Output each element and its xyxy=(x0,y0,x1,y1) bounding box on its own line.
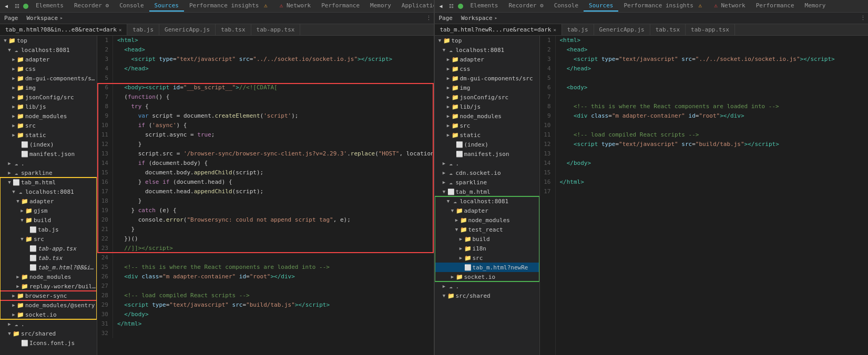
tab-page[interactable]: Page xyxy=(0,13,23,24)
tree-item-localhost[interactable]: ▼ ☁ localhost:8081 xyxy=(0,45,97,55)
tab-sources[interactable]: Sources xyxy=(149,1,184,12)
tree-item-cloud-dot2[interactable]: ▶ ☁ . xyxy=(435,281,539,291)
tree-item-cloud-dot1[interactable]: ▶ ☁ . xyxy=(0,159,97,168)
tree-item-cloud-dot[interactable]: ▶ ☁ . xyxy=(435,159,539,168)
tree-item-build[interactable]: ▶ 📁 build xyxy=(435,234,539,244)
tab-performance[interactable]: Performance xyxy=(316,1,365,12)
tree-item-src2[interactable]: ▶ 📁 src xyxy=(435,253,539,263)
tab-memory[interactable]: Memory xyxy=(800,1,831,12)
tab-network[interactable]: ⚠ Network xyxy=(707,1,751,12)
file-tab-tabjs[interactable]: tab.js xyxy=(127,24,159,35)
tree-item-tabapptsx[interactable]: ⬜ tab-app.tsx xyxy=(0,244,97,253)
grid-icon[interactable]: ☷ xyxy=(13,2,21,11)
back-icon[interactable]: ◀ xyxy=(437,2,445,11)
tab-sources[interactable]: Sources xyxy=(584,1,618,12)
tree-item-jsonconfig[interactable]: ▶ 📁 jsonConfig/src xyxy=(435,92,539,102)
tree-item-localhost[interactable]: ▼ ☁ localhost:8081 xyxy=(435,45,539,55)
tab-elements[interactable]: Elements xyxy=(30,1,69,12)
tab-memory[interactable]: Memory xyxy=(365,1,396,12)
tree-item-adapter[interactable]: ▶ 📁 adapter xyxy=(435,55,539,64)
file-tab-genericapp[interactable]: GenericApp.js xyxy=(594,24,650,35)
tree-item-socketio[interactable]: ▶ 📁 socket.io xyxy=(435,272,539,281)
tab-recorder[interactable]: Recorder ⚙ xyxy=(503,1,548,12)
tree-item-top[interactable]: ▼ 📁 top xyxy=(435,36,539,45)
tree-item-nodemod2[interactable]: ▶ 📁 node_modules xyxy=(435,215,539,225)
tree-item-sentry[interactable]: ▶ 📁 node_modules/@sentry xyxy=(0,300,97,310)
tree-item-nodemod[interactable]: ▶ 📁 node_modules xyxy=(0,111,97,121)
file-tab-active[interactable]: tab_m.html?newR...rue&react=dark ✕ xyxy=(435,24,562,35)
tab-console[interactable]: Console xyxy=(114,1,149,12)
tab-recorder[interactable]: Recorder ⚙ xyxy=(69,1,114,12)
tree-item-css[interactable]: ▶ 📁 css xyxy=(0,64,97,74)
tree-item-socketio[interactable]: ▶ 📁 socket.io xyxy=(0,310,97,319)
file-tab-tabtsx[interactable]: tab.tsx xyxy=(216,24,251,35)
tree-item-i18n[interactable]: ▶ 📁 i18n xyxy=(435,244,539,253)
tree-item-adapter2[interactable]: ▼ 📁 adapter xyxy=(0,196,97,206)
back-icon[interactable]: ◀ xyxy=(2,2,11,11)
tree-item-img[interactable]: ▶ 📁 img xyxy=(435,83,539,92)
file-tab-genericapp[interactable]: GenericApp.js xyxy=(159,24,216,35)
tree-item-dm[interactable]: ▶ 📁 dm-gui-components/src xyxy=(435,74,539,83)
tree-item-src2[interactable]: ▼ 📁 src xyxy=(0,234,97,244)
tree-item-tabmhtml[interactable]: ▼ ⬜ tab_m.html xyxy=(0,178,97,187)
tab-perf-insights[interactable]: Performance insights ⚠ xyxy=(184,1,273,12)
tree-item-adapter[interactable]: ▶ 📁 adapter xyxy=(0,55,97,64)
tree-item-index[interactable]: ⬜ (index) xyxy=(435,140,539,149)
tab-elements[interactable]: Elements xyxy=(465,1,504,12)
tree-item-static[interactable]: ▶ 📁 static xyxy=(435,130,539,140)
tree-item-gjsm[interactable]: ▶ 📁 gjsm xyxy=(0,206,97,215)
tree-item-srcshared[interactable]: ▼ 📁 src/shared xyxy=(435,291,539,300)
file-tab-active[interactable]: tab_m.html?08&in...e8&react=dark ✕ xyxy=(0,24,127,35)
tree-item-tabjs[interactable]: ⬜ tab.js xyxy=(0,225,97,234)
tab-workspace[interactable]: Workspace ➤ xyxy=(457,13,502,24)
file-tab-tabjs[interactable]: tab.js xyxy=(562,24,594,35)
close-icon[interactable]: ✕ xyxy=(119,27,121,33)
tab-workspace[interactable]: Workspace ➤ xyxy=(23,13,67,24)
tree-item-img[interactable]: ▶ 📁 img xyxy=(0,83,97,92)
tree-item-nodemod[interactable]: ▶ 📁 node_modules xyxy=(435,111,539,121)
tab-page[interactable]: Page xyxy=(435,13,457,24)
tree-item-tabmhtml[interactable]: ▼ ⬜ tab_m.html xyxy=(435,187,539,196)
tree-item-replay[interactable]: ▶ 📁 replay-worker/build/m xyxy=(0,281,97,291)
tree-item-cdnsocket[interactable]: ▶ ☁ cdn.socket.io xyxy=(435,168,539,178)
tree-item-src[interactable]: ▶ 📁 src xyxy=(435,121,539,130)
tree-item-manifest[interactable]: ⬜ manifest.json xyxy=(0,149,97,159)
more-btn[interactable]: ⋮ xyxy=(424,15,434,22)
tree-item-srcshared[interactable]: ▼ 📁 src/shared xyxy=(0,329,97,338)
close-icon[interactable]: ✕ xyxy=(553,27,556,33)
tree-item-adapter2[interactable]: ▼ 📁 adapter xyxy=(435,206,539,215)
file-tab-tabtsx[interactable]: tab.tsx xyxy=(650,24,686,35)
tree-item-browsersync[interactable]: ▶ 📁 browser-sync xyxy=(0,291,97,300)
file-tab-tabapptsx[interactable]: tab-app.tsx xyxy=(686,24,735,35)
tree-item-jsonconfig[interactable]: ▶ 📁 jsonConfig/src xyxy=(0,92,97,102)
file-tab-tabapptsx[interactable]: tab-app.tsx xyxy=(251,24,301,35)
tree-item-dm[interactable]: ▶ 📁 dm-gui-components/src xyxy=(0,74,97,83)
more-btn[interactable]: ⋮ xyxy=(858,15,868,22)
tree-item-localhost2[interactable]: ▼ ☁ localhost:8081 xyxy=(0,187,97,196)
tree-item-static[interactable]: ▶ 📁 static xyxy=(0,130,97,140)
tree-item-libjs[interactable]: ▶ 📁 lib/js xyxy=(435,102,539,111)
tree-item-index[interactable]: ⬜ (index) xyxy=(0,140,97,149)
tab-console[interactable]: Console xyxy=(549,1,584,12)
tree-item-manifest[interactable]: ⬜ manifest.json xyxy=(435,149,539,159)
tree-item-build[interactable]: ▼ 📁 build xyxy=(0,215,97,225)
tree-item-sparkline[interactable]: ▶ ☁ sparkline xyxy=(0,168,97,178)
tab-performance[interactable]: Performance xyxy=(751,1,800,12)
tree-item-src[interactable]: ▶ 📁 src xyxy=(0,121,97,130)
tree-item-top[interactable]: ▼ 📁 top xyxy=(0,36,97,45)
tree-item-cloud-dot2[interactable]: ▶ ☁ . xyxy=(0,319,97,329)
tab-application[interactable]: Application xyxy=(396,1,435,12)
tree-item-nodemod2[interactable]: ▶ 📁 node_modules xyxy=(0,272,97,281)
tree-item-libjs[interactable]: ▶ 📁 lib/js xyxy=(0,102,97,111)
tab-perf-insights[interactable]: Performance insights ⚠ xyxy=(618,1,707,12)
tree-item-tabmhtml-selected[interactable]: ⬜ tab_m.html?newRe xyxy=(435,263,539,272)
tree-item-sparkline[interactable]: ▶ ☁ sparkline xyxy=(435,178,539,187)
tab-network[interactable]: ⚠ Network xyxy=(273,1,316,12)
tree-item-tabtsx[interactable]: ⬜ tab.tsx xyxy=(0,253,97,263)
tree-item-tabmhtmlfile[interactable]: ⬜ tab_m.html?08&insta xyxy=(0,263,97,272)
tree-item-localhost2[interactable]: ▼ ☁ localhost:8081 xyxy=(435,196,539,206)
tree-item-css[interactable]: ▶ 📁 css xyxy=(435,64,539,74)
tree-item-iconsfont[interactable]: ⬜ Icons.font.js xyxy=(0,338,97,348)
grid-icon[interactable]: ☷ xyxy=(447,2,456,11)
tree-item-testreact[interactable]: ▼ 📁 test_react xyxy=(435,225,539,234)
